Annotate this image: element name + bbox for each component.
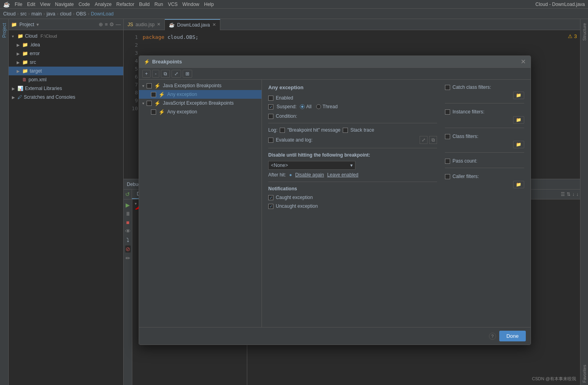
stop-icon[interactable]: ■ [126,219,129,226]
copy-breakpoint-button[interactable]: ⧉ [161,70,170,78]
locate-icon[interactable]: ⊕ [99,21,103,27]
tree-item-error[interactable]: ▶ 📁 error [9,49,123,58]
suspend-checkbox[interactable] [268,104,273,109]
settings-icon[interactable]: ⚙ [109,21,114,27]
suspend-thread-radio[interactable]: Thread [316,104,338,109]
rerun-icon[interactable]: ↺ [125,191,130,197]
save-icon[interactable]: ↓ [576,192,578,197]
eval-log-checkbox[interactable] [268,138,273,143]
js-exception-group[interactable]: ▾ ⚡ JavaScript Exception Breakpoints [139,99,262,107]
panel-dropdown-icon[interactable]: ▾ [36,22,39,27]
pause-icon[interactable]: ⏸ [125,211,131,217]
disable-again-label[interactable]: Disable again [295,172,324,178]
class-checkbox[interactable] [445,134,450,139]
expand-breakpoint-button[interactable]: ⤢ [172,70,181,78]
menu-edit[interactable]: Edit [27,2,35,7]
tree-item-target[interactable]: ▶ 📁 target [9,67,123,75]
enabled-checkbox[interactable] [268,96,273,101]
breadcrumb-java[interactable]: java [46,11,55,17]
view-icon[interactable]: 👁 [125,228,131,234]
expand-arrow: ▾ [12,34,16,38]
caught-exception-label: Caught exception [276,195,313,200]
minimize-icon[interactable]: — [116,21,121,27]
menu-navigate[interactable]: Navigate [55,2,74,7]
catch-class-folder-button[interactable]: 📁 [513,92,524,99]
tab-close-audio[interactable]: ✕ [157,22,160,27]
breadcrumb-cloud2[interactable]: cloud [60,11,71,17]
menu-code[interactable]: Code [78,2,90,7]
sort-icon[interactable]: ⇅ [567,192,571,197]
tree-path: F:\Cloud [40,34,57,38]
instance-folder-button[interactable]: 📁 [513,116,524,124]
menu-analyze[interactable]: Analyze [95,2,112,7]
menu-run[interactable]: Run [155,2,163,7]
tab-download-java[interactable]: ☕ DownLoad.java ✕ [165,19,220,30]
eval-copy-button[interactable]: ⧉ [429,136,437,144]
breadcrumb-main[interactable]: main [31,11,42,17]
breadcrumb-obs[interactable]: OBS [76,11,86,17]
caller-checkbox[interactable] [445,174,450,179]
resume-icon[interactable]: ▶ [126,202,130,208]
any-exception-js-item[interactable]: ⚡ Any exception [139,107,262,116]
tree-item-pom[interactable]: 🗎 pom.xml [9,75,123,84]
pass-count-checkbox[interactable] [445,159,450,164]
breadcrumb-download[interactable]: DownLoad [91,11,113,17]
settings2-icon[interactable]: ✏ [126,255,130,261]
divider1 [268,123,437,123]
menu-window[interactable]: Window [182,2,199,7]
item-checkbox2[interactable] [151,109,156,115]
structure-label[interactable]: Structure [582,21,587,43]
divider2 [268,148,437,148]
help-button[interactable]: ? [489,333,496,340]
java-exception-group[interactable]: ▾ ⚡ Java Exception Breakpoints [139,81,262,90]
filter-icon[interactable]: ☰ [561,192,565,197]
tree-item-external-libs[interactable]: ▶ 📊 External Libraries [9,84,123,93]
tab-close-download[interactable]: ✕ [212,22,216,27]
menu-file[interactable]: File [15,2,22,7]
dialog-list-panel: ▾ ⚡ Java Exception Breakpoints ⚡ Any exc… [139,80,262,327]
tree-item-idea[interactable]: ▶ 📁 .idea [9,40,123,49]
breadcrumb-src[interactable]: src [20,11,27,17]
favorites-label[interactable]: Favorites [582,362,587,385]
none-dropdown[interactable]: <None> ▾ [268,161,355,170]
uncaught-exception-checkbox[interactable] [268,204,273,209]
instance-checkbox[interactable] [445,109,450,115]
eval-expand-button[interactable]: ⤢ [420,136,428,144]
menu-help[interactable]: Help [204,2,214,7]
filter-breakpoint-button[interactable]: ⊞ [183,70,192,78]
any-exception-java-item[interactable]: ⚡ Any exception [139,90,262,99]
group-checkbox[interactable] [147,101,152,106]
menu-refactor[interactable]: Refactor [116,2,134,7]
debug-toolbar: ▶ ⏸ ■ 👁 ⤵ ⊘ ✏ [124,199,132,385]
project-icon[interactable]: Project [2,21,7,40]
tree-label: src [30,59,36,65]
condition-checkbox[interactable] [268,114,273,119]
download-icon[interactable]: ↓ [572,192,575,197]
leave-enabled-label[interactable]: Leave enabled [327,172,359,178]
caught-exception-checkbox[interactable] [268,195,273,200]
tree-item-cloud[interactable]: ▾ 📁 Cloud F:\Cloud [9,32,123,40]
tree-item-scratches[interactable]: ▶ 🖊 Scratches and Consoles [9,93,123,102]
catch-class-checkbox[interactable] [445,85,450,90]
breadcrumb-cloud[interactable]: Cloud [3,11,15,17]
tab-audio-jsp[interactable]: JS audio.jsp ✕ [124,19,165,30]
add-breakpoint-button[interactable]: + [142,70,151,78]
remove-breakpoint-button[interactable]: - [152,70,159,78]
menu-vcs[interactable]: VCS [168,2,178,7]
collapse-icon[interactable]: ≡ [105,21,108,27]
menu-view[interactable]: View [40,2,50,7]
dialog-close-button[interactable]: ✕ [521,58,526,65]
step-over-icon[interactable]: ⤵ [126,237,129,243]
log-breakpoint-checkbox[interactable] [280,128,285,133]
tree-item-src[interactable]: ▶ 📁 src [9,58,123,67]
group-checkbox[interactable] [147,83,152,88]
done-button[interactable]: Done [499,331,526,341]
class-folder-button[interactable]: 📁 [513,141,524,148]
suspend-all-radio[interactable]: All [300,104,311,109]
caller-folder-button[interactable]: 📁 [513,181,524,188]
mute-icon[interactable]: ⊘ [125,245,131,253]
suspend-radio-group: All Thread [300,104,338,109]
menu-build[interactable]: Build [139,2,150,7]
item-checkbox[interactable] [151,92,156,97]
log-stack-checkbox[interactable] [343,128,348,133]
